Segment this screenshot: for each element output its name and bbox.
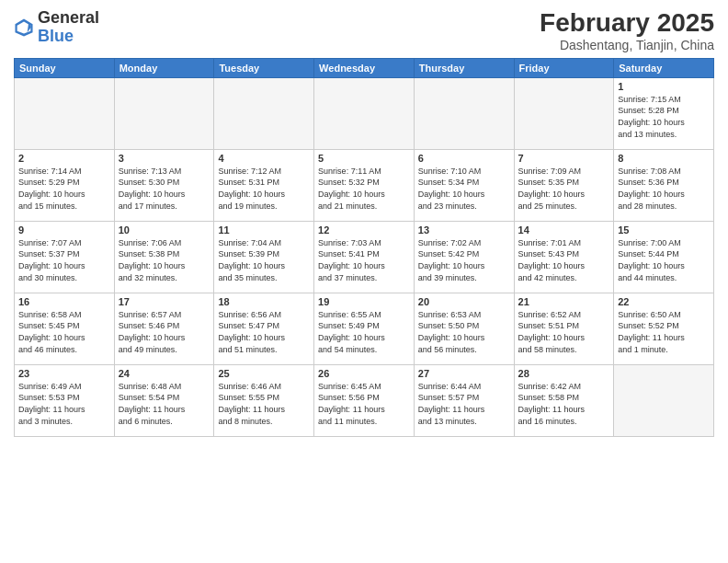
calendar-cell-w1d1: 3Sunrise: 7:13 AM Sunset: 5:30 PM Daylig… — [114, 149, 214, 221]
page: General Blue February 2025 Dashentang, T… — [0, 0, 728, 563]
calendar-cell-w3d3: 19Sunrise: 6:55 AM Sunset: 5:49 PM Dayli… — [314, 293, 415, 364]
calendar-cell-w0d6: 1Sunrise: 7:15 AM Sunset: 5:28 PM Daylig… — [614, 77, 714, 149]
day-info: Sunrise: 7:09 AM Sunset: 5:35 PM Dayligh… — [518, 166, 610, 212]
logo-text: General Blue — [38, 9, 99, 46]
day-info: Sunrise: 7:10 AM Sunset: 5:34 PM Dayligh… — [418, 166, 510, 212]
day-number: 15 — [618, 224, 710, 236]
day-info: Sunrise: 6:44 AM Sunset: 5:57 PM Dayligh… — [418, 381, 510, 427]
calendar-cell-w4d2: 25Sunrise: 6:46 AM Sunset: 5:55 PM Dayli… — [214, 364, 314, 436]
day-number: 11 — [218, 224, 310, 236]
calendar-cell-w3d5: 21Sunrise: 6:52 AM Sunset: 5:51 PM Dayli… — [514, 293, 614, 364]
day-info: Sunrise: 6:46 AM Sunset: 5:55 PM Dayligh… — [218, 381, 310, 427]
location: Dashentang, Tianjin, China — [540, 38, 714, 52]
day-info: Sunrise: 7:07 AM Sunset: 5:37 PM Dayligh… — [18, 237, 110, 283]
day-number: 1 — [618, 81, 710, 92]
calendar-cell-w4d1: 24Sunrise: 6:48 AM Sunset: 5:54 PM Dayli… — [114, 364, 214, 436]
day-info: Sunrise: 6:56 AM Sunset: 5:47 PM Dayligh… — [218, 309, 310, 355]
day-number: 25 — [218, 368, 310, 379]
day-number: 13 — [418, 224, 510, 236]
month-year: February 2025 — [540, 9, 714, 38]
calendar-cell-w0d2 — [214, 77, 314, 149]
calendar-cell-w2d0: 9Sunrise: 7:07 AM Sunset: 5:37 PM Daylig… — [15, 221, 115, 293]
calendar-week-4: 23Sunrise: 6:49 AM Sunset: 5:53 PM Dayli… — [15, 364, 714, 436]
day-info: Sunrise: 7:14 AM Sunset: 5:29 PM Dayligh… — [18, 166, 110, 212]
calendar-cell-w3d0: 16Sunrise: 6:58 AM Sunset: 5:45 PM Dayli… — [15, 293, 115, 364]
calendar-header-thursday: Thursday — [414, 58, 514, 77]
day-number: 22 — [618, 296, 710, 307]
day-info: Sunrise: 7:01 AM Sunset: 5:43 PM Dayligh… — [518, 237, 610, 283]
calendar-cell-w3d4: 20Sunrise: 6:53 AM Sunset: 5:50 PM Dayli… — [414, 293, 514, 364]
calendar-cell-w2d1: 10Sunrise: 7:06 AM Sunset: 5:38 PM Dayli… — [114, 221, 214, 293]
calendar-cell-w2d4: 13Sunrise: 7:02 AM Sunset: 5:42 PM Dayli… — [414, 221, 514, 293]
calendar-cell-w1d4: 6Sunrise: 7:10 AM Sunset: 5:34 PM Daylig… — [414, 149, 514, 221]
day-number: 18 — [218, 296, 310, 307]
calendar-cell-w3d2: 18Sunrise: 6:56 AM Sunset: 5:47 PM Dayli… — [214, 293, 314, 364]
calendar-header-row: SundayMondayTuesdayWednesdayThursdayFrid… — [15, 58, 714, 77]
day-info: Sunrise: 6:49 AM Sunset: 5:53 PM Dayligh… — [18, 381, 110, 427]
calendar-cell-w4d0: 23Sunrise: 6:49 AM Sunset: 5:53 PM Dayli… — [15, 364, 115, 436]
day-number: 3 — [119, 153, 210, 164]
day-info: Sunrise: 6:48 AM Sunset: 5:54 PM Dayligh… — [119, 381, 210, 427]
calendar-cell-w0d5 — [514, 77, 614, 149]
calendar-cell-w2d5: 14Sunrise: 7:01 AM Sunset: 5:43 PM Dayli… — [514, 221, 614, 293]
calendar-cell-w1d0: 2Sunrise: 7:14 AM Sunset: 5:29 PM Daylig… — [15, 149, 115, 221]
calendar-header-monday: Monday — [114, 58, 214, 77]
day-info: Sunrise: 7:11 AM Sunset: 5:32 PM Dayligh… — [318, 166, 410, 212]
day-number: 24 — [119, 368, 210, 379]
calendar-cell-w2d6: 15Sunrise: 7:00 AM Sunset: 5:44 PM Dayli… — [614, 221, 714, 293]
calendar-cell-w1d5: 7Sunrise: 7:09 AM Sunset: 5:35 PM Daylig… — [514, 149, 614, 221]
calendar-cell-w3d1: 17Sunrise: 6:57 AM Sunset: 5:46 PM Dayli… — [114, 293, 214, 364]
calendar-week-2: 9Sunrise: 7:07 AM Sunset: 5:37 PM Daylig… — [15, 221, 714, 293]
day-number: 7 — [518, 153, 610, 164]
calendar-cell-w4d4: 27Sunrise: 6:44 AM Sunset: 5:57 PM Dayli… — [414, 364, 514, 436]
day-number: 21 — [518, 296, 610, 307]
day-number: 27 — [418, 368, 510, 379]
day-info: Sunrise: 7:03 AM Sunset: 5:41 PM Dayligh… — [318, 237, 410, 283]
calendar-cell-w1d6: 8Sunrise: 7:08 AM Sunset: 5:36 PM Daylig… — [614, 149, 714, 221]
calendar-header-saturday: Saturday — [614, 58, 714, 77]
calendar-header-friday: Friday — [514, 58, 614, 77]
day-number: 10 — [119, 224, 210, 236]
day-number: 20 — [418, 296, 510, 307]
calendar-cell-w0d3 — [314, 77, 415, 149]
day-info: Sunrise: 6:55 AM Sunset: 5:49 PM Dayligh… — [318, 309, 410, 355]
day-number: 14 — [518, 224, 610, 236]
day-info: Sunrise: 6:57 AM Sunset: 5:46 PM Dayligh… — [119, 309, 210, 355]
day-info: Sunrise: 7:02 AM Sunset: 5:42 PM Dayligh… — [418, 237, 510, 283]
day-info: Sunrise: 6:45 AM Sunset: 5:56 PM Dayligh… — [318, 381, 410, 427]
calendar-cell-w2d3: 12Sunrise: 7:03 AM Sunset: 5:41 PM Dayli… — [314, 221, 415, 293]
calendar-cell-w1d2: 4Sunrise: 7:12 AM Sunset: 5:31 PM Daylig… — [214, 149, 314, 221]
day-info: Sunrise: 7:06 AM Sunset: 5:38 PM Dayligh… — [119, 237, 210, 283]
calendar-table: SundayMondayTuesdayWednesdayThursdayFrid… — [14, 58, 714, 437]
day-number: 8 — [618, 153, 710, 164]
day-info: Sunrise: 6:53 AM Sunset: 5:50 PM Dayligh… — [418, 309, 510, 355]
day-info: Sunrise: 7:15 AM Sunset: 5:28 PM Dayligh… — [618, 94, 710, 140]
calendar-cell-w0d4 — [414, 77, 514, 149]
title-block: February 2025 Dashentang, Tianjin, China — [540, 9, 714, 52]
day-number: 26 — [318, 368, 410, 379]
calendar-cell-w0d1 — [114, 77, 214, 149]
calendar-week-1: 2Sunrise: 7:14 AM Sunset: 5:29 PM Daylig… — [15, 149, 714, 221]
day-number: 16 — [18, 296, 110, 307]
calendar-cell-w4d5: 28Sunrise: 6:42 AM Sunset: 5:58 PM Dayli… — [514, 364, 614, 436]
day-number: 6 — [418, 153, 510, 164]
calendar-cell-w1d3: 5Sunrise: 7:11 AM Sunset: 5:32 PM Daylig… — [314, 149, 415, 221]
day-info: Sunrise: 7:04 AM Sunset: 5:39 PM Dayligh… — [218, 237, 310, 283]
calendar-header-tuesday: Tuesday — [214, 58, 314, 77]
logo-icon — [14, 17, 34, 38]
day-info: Sunrise: 7:13 AM Sunset: 5:30 PM Dayligh… — [119, 166, 210, 212]
calendar-week-3: 16Sunrise: 6:58 AM Sunset: 5:45 PM Dayli… — [15, 293, 714, 364]
calendar-cell-w4d3: 26Sunrise: 6:45 AM Sunset: 5:56 PM Dayli… — [314, 364, 415, 436]
calendar-week-0: 1Sunrise: 7:15 AM Sunset: 5:28 PM Daylig… — [15, 77, 714, 149]
logo-blue-text: Blue — [38, 27, 74, 45]
day-number: 12 — [318, 224, 410, 236]
day-number: 28 — [518, 368, 610, 379]
day-info: Sunrise: 7:00 AM Sunset: 5:44 PM Dayligh… — [618, 237, 710, 283]
calendar-cell-w4d6 — [614, 364, 714, 436]
calendar-cell-w0d0 — [15, 77, 115, 149]
day-info: Sunrise: 7:08 AM Sunset: 5:36 PM Dayligh… — [618, 166, 710, 212]
day-info: Sunrise: 6:42 AM Sunset: 5:58 PM Dayligh… — [518, 381, 610, 427]
day-number: 17 — [119, 296, 210, 307]
day-info: Sunrise: 6:52 AM Sunset: 5:51 PM Dayligh… — [518, 309, 610, 355]
calendar-cell-w2d2: 11Sunrise: 7:04 AM Sunset: 5:39 PM Dayli… — [214, 221, 314, 293]
